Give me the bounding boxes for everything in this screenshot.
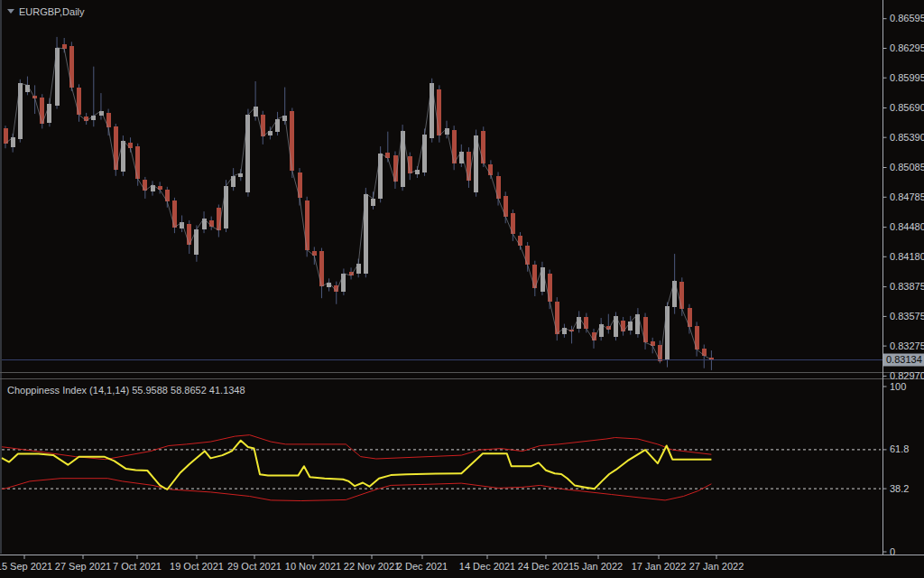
candle-down bbox=[437, 89, 441, 135]
price-tick-label: 0.85390 bbox=[890, 132, 924, 143]
candle-up bbox=[635, 314, 640, 334]
price-tick-label: 0.86295 bbox=[890, 42, 924, 53]
time-tick-label: 5 Jan 2022 bbox=[574, 561, 623, 572]
price-tick-label: 0.82970 bbox=[890, 370, 924, 381]
price-tick-label: 0.86595 bbox=[890, 13, 924, 23]
candle-up bbox=[665, 306, 670, 360]
time-tick-label: 15 Sep 2021 bbox=[0, 561, 52, 572]
time-tick-label: 27 Sep 2021 bbox=[55, 561, 111, 572]
indicator-tick-label: 61.8 bbox=[890, 443, 909, 454]
chart-background bbox=[0, 0, 924, 578]
candle-down bbox=[555, 302, 559, 334]
symbol-timeframe-label: EURGBP,Daily bbox=[19, 6, 85, 17]
time-tick-label: 17 Jan 2022 bbox=[632, 561, 687, 572]
candle-down bbox=[488, 164, 493, 175]
time-tick-label: 29 Oct 2021 bbox=[227, 561, 282, 572]
candle-up bbox=[628, 322, 633, 331]
time-tick-label: 2 Dec 2021 bbox=[397, 561, 448, 572]
price-tick-label: 0.85690 bbox=[890, 102, 924, 113]
candle-up bbox=[47, 104, 51, 123]
time-tick-label: 10 Nov 2021 bbox=[285, 561, 341, 572]
candle-up bbox=[371, 199, 375, 206]
candle-down bbox=[305, 200, 310, 250]
candle-down bbox=[643, 317, 648, 342]
bid-price-label: 0.83134 bbox=[886, 354, 922, 365]
time-tick-label: 22 Nov 2021 bbox=[344, 561, 400, 572]
candle-down bbox=[128, 143, 133, 149]
price-tick-label: 0.84785 bbox=[890, 191, 924, 202]
price-tick-label: 0.83575 bbox=[890, 311, 924, 322]
candle-up bbox=[378, 154, 383, 199]
price-tick-label: 0.84180 bbox=[890, 251, 924, 262]
candle-down bbox=[298, 172, 302, 198]
time-tick-label: 27 Jan 2022 bbox=[689, 561, 744, 572]
candle-up bbox=[224, 186, 228, 228]
indicator-name-label: Choppiness Index (14,1,14) 55.9588 58.86… bbox=[7, 385, 245, 396]
candle-down bbox=[467, 152, 471, 182]
indicator-tick-label: 100 bbox=[890, 381, 906, 392]
candle-down bbox=[518, 236, 522, 246]
time-tick-label: 7 Oct 2021 bbox=[113, 561, 162, 572]
candle-up bbox=[356, 264, 361, 274]
candle-down bbox=[496, 176, 501, 199]
indicator-tick-label: 38.2 bbox=[890, 483, 909, 494]
time-tick-label: 19 Oct 2021 bbox=[170, 561, 224, 572]
candle-down bbox=[4, 128, 8, 143]
candle-down bbox=[106, 113, 111, 127]
candle-down bbox=[77, 88, 81, 116]
indicator-tick-label: 0 bbox=[890, 546, 895, 557]
price-tick-label: 0.84480 bbox=[890, 221, 924, 232]
candle-down bbox=[548, 274, 552, 302]
price-tick-label: 0.85995 bbox=[890, 72, 924, 83]
candle-down bbox=[679, 282, 684, 310]
price-tick-label: 0.83275 bbox=[890, 340, 924, 351]
candle-down bbox=[62, 44, 67, 50]
price-tick-label: 0.83875 bbox=[890, 281, 924, 292]
candle-down bbox=[209, 220, 214, 227]
trading-chart-window[interactable]: 0.865950.862950.859950.856900.853900.850… bbox=[0, 0, 924, 578]
candle-down bbox=[452, 130, 457, 163]
candle-up bbox=[599, 324, 604, 337]
price-tick-label: 0.85085 bbox=[890, 162, 924, 172]
time-tick-label: 14 Dec 2021 bbox=[459, 561, 515, 572]
time-tick-label: 24 Dec 2021 bbox=[518, 561, 574, 572]
candle-down bbox=[261, 115, 265, 136]
